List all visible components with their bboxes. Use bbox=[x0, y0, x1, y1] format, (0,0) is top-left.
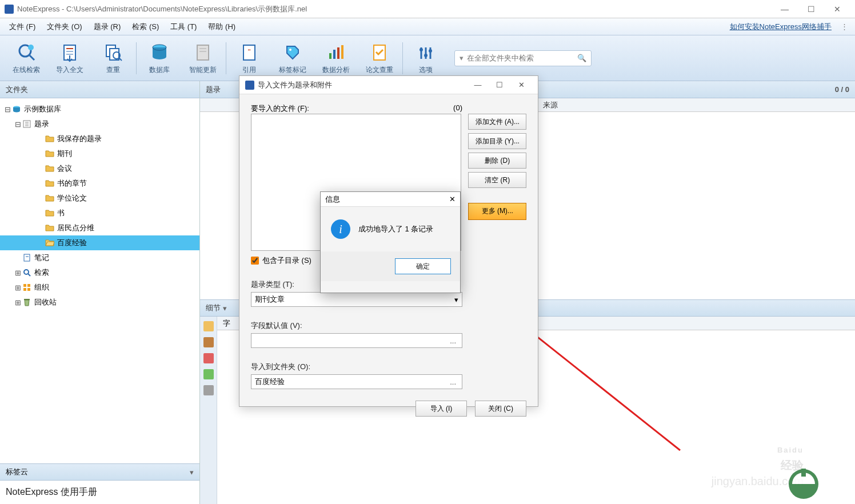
minimize-button[interactable]: — bbox=[772, 5, 798, 14]
misc-icon[interactable] bbox=[203, 385, 214, 395]
dialog-minimize-button[interactable]: — bbox=[467, 81, 489, 89]
sidebar: 文件夹 ⊟示例数据库 ⊟题录 我保存的题录 期刊 会议 书的章节 学位论文 书 … bbox=[0, 81, 200, 504]
svg-line-38 bbox=[28, 274, 30, 276]
info-close-button[interactable]: ✕ bbox=[449, 195, 456, 203]
subdir-label: 包含子目录 (S) bbox=[262, 255, 311, 266]
svg-rect-35 bbox=[24, 254, 30, 261]
tool-cite[interactable]: " 引用 bbox=[229, 38, 270, 78]
svg-rect-39 bbox=[23, 284, 26, 287]
tree-item[interactable]: 期刊 bbox=[0, 146, 199, 161]
flag-icon[interactable] bbox=[203, 353, 214, 363]
svg-point-27 bbox=[419, 48, 423, 51]
file-count: (0) bbox=[453, 103, 462, 114]
clear-button[interactable]: 清空 (R) bbox=[468, 172, 526, 188]
svg-rect-20 bbox=[333, 50, 335, 59]
menu-search[interactable]: 检索 (S) bbox=[126, 19, 165, 34]
app-icon bbox=[245, 81, 254, 90]
info-icon: i bbox=[331, 219, 350, 239]
search-input[interactable] bbox=[467, 54, 577, 62]
tagcloud-item[interactable]: NoteExpress 使用手册 bbox=[0, 481, 199, 504]
default-value-field[interactable]: ... bbox=[251, 333, 462, 348]
info-text: 成功地导入了 1 条记录 bbox=[358, 224, 433, 234]
svg-rect-41 bbox=[23, 288, 26, 291]
more-button[interactable]: 更多 (M)... bbox=[468, 203, 526, 220]
tree-recycle[interactable]: ⊞回收站 bbox=[0, 295, 199, 310]
svg-text:": " bbox=[248, 47, 251, 56]
book-icon[interactable] bbox=[203, 337, 214, 347]
target-folder-field[interactable]: 百度经验... bbox=[251, 374, 462, 389]
tree-notes[interactable]: 笔记 bbox=[0, 250, 199, 265]
sidebar-header: 文件夹 bbox=[0, 81, 199, 98]
menu-folder[interactable]: 文件夹 (O) bbox=[41, 19, 87, 34]
svg-rect-42 bbox=[27, 288, 30, 291]
search-box[interactable]: ▾ 🔍 bbox=[454, 50, 592, 66]
add-file-button[interactable]: 添加文件 (A)... bbox=[468, 114, 526, 130]
svg-point-18 bbox=[289, 49, 291, 51]
dialog-close-button[interactable]: ✕ bbox=[510, 81, 532, 89]
svg-rect-43 bbox=[24, 299, 30, 300]
add-dir-button[interactable]: 添加目录 (Y)... bbox=[468, 133, 526, 149]
tool-online-search[interactable]: 在线检索 bbox=[6, 38, 47, 78]
subdir-checkbox[interactable] bbox=[251, 257, 259, 265]
close-button[interactable]: 关闭 (C) bbox=[475, 401, 526, 417]
target-label: 导入到文件夹 (O): bbox=[251, 362, 526, 372]
tool-database[interactable]: 数据库 bbox=[139, 38, 180, 78]
svg-rect-40 bbox=[27, 284, 30, 287]
menu-tool[interactable]: 工具 (T) bbox=[165, 19, 202, 34]
tool-paper-check[interactable]: 论文查重 bbox=[359, 38, 400, 78]
column-source[interactable]: 来源 bbox=[543, 100, 558, 110]
svg-rect-19 bbox=[329, 53, 331, 59]
tool-import-fulltext[interactable]: 导入全文 bbox=[49, 38, 90, 78]
remove-button[interactable]: 删除 (D) bbox=[468, 153, 526, 169]
file-label: 要导入的文件 (F): bbox=[251, 103, 309, 114]
tree-item[interactable]: 我保存的题录 bbox=[0, 131, 199, 146]
brush-icon[interactable] bbox=[203, 369, 214, 379]
tree-item[interactable]: 会议 bbox=[0, 161, 199, 176]
default-label: 字段默认值 (V): bbox=[251, 321, 526, 331]
tree-records[interactable]: ⊟题录 bbox=[0, 117, 199, 131]
svg-point-2 bbox=[28, 45, 34, 50]
svg-point-28 bbox=[424, 54, 428, 57]
dialog-maximize-button[interactable]: ☐ bbox=[489, 81, 510, 89]
menu-record[interactable]: 题录 (R) bbox=[88, 19, 127, 34]
window-titlebar: NoteExpress - C:\Users\Administrator\Doc… bbox=[0, 0, 855, 18]
svg-line-1 bbox=[30, 55, 34, 60]
menu-help[interactable]: 帮助 (H) bbox=[202, 19, 241, 34]
folder-tree: ⊟示例数据库 ⊟题录 我保存的题录 期刊 会议 书的章节 学位论文 书 居民点分… bbox=[0, 98, 199, 463]
tool-lookup[interactable]: 查重 bbox=[93, 38, 134, 78]
app-icon bbox=[5, 5, 14, 14]
tree-search[interactable]: ⊞检索 bbox=[0, 265, 199, 280]
info-dialog: 信息 ✕ i 成功地导入了 1 条记录 确定 bbox=[320, 191, 461, 293]
close-button[interactable]: ✕ bbox=[824, 5, 850, 14]
tree-root[interactable]: ⊟示例数据库 bbox=[0, 102, 199, 117]
tree-item[interactable]: 居民点分维 bbox=[0, 221, 199, 235]
toolbar: 在线检索 导入全文 查重 数据库 智能更新 " 引用 标签标记 数据分析 论文查… bbox=[0, 35, 855, 81]
import-button[interactable]: 导入 (I) bbox=[415, 401, 467, 417]
maximize-button[interactable]: ☐ bbox=[798, 5, 824, 14]
svg-point-37 bbox=[24, 270, 29, 274]
chevron-down-icon[interactable]: ▾ bbox=[460, 54, 464, 62]
browse-icon[interactable]: ... bbox=[448, 337, 458, 345]
tagcloud-header[interactable]: 标签云▾ bbox=[0, 463, 199, 481]
tree-item[interactable]: 书 bbox=[0, 206, 199, 221]
tree-item[interactable]: 学位论文 bbox=[0, 191, 199, 206]
ok-button[interactable]: 确定 bbox=[395, 258, 451, 274]
info-titlebar: 信息 ✕ bbox=[321, 192, 460, 207]
search-icon[interactable]: 🔍 bbox=[577, 54, 586, 62]
tree-organize[interactable]: ⊞组织 bbox=[0, 280, 199, 295]
tool-options[interactable]: 选项 bbox=[405, 38, 446, 78]
tree-item[interactable]: 书的章节 bbox=[0, 176, 199, 191]
tool-data-analysis[interactable]: 数据分析 bbox=[315, 38, 357, 78]
tool-tag-mark[interactable]: 标签标记 bbox=[272, 38, 313, 78]
type-combo[interactable]: 期刊文章▾ bbox=[251, 292, 462, 307]
lock-icon[interactable] bbox=[203, 321, 214, 331]
help-link[interactable]: 如何安装NoteExpress网络捕手 bbox=[724, 22, 837, 32]
svg-rect-21 bbox=[337, 47, 339, 59]
tree-item-selected[interactable]: 百度经验 bbox=[0, 235, 199, 250]
tool-smart-update[interactable]: 智能更新 bbox=[182, 38, 223, 78]
menubar: 文件 (F) 文件夹 (O) 题录 (R) 检索 (S) 工具 (T) 帮助 (… bbox=[0, 18, 855, 35]
more-icon[interactable]: ⋮ bbox=[837, 22, 852, 31]
menu-file[interactable]: 文件 (F) bbox=[3, 19, 41, 34]
browse-icon[interactable]: ... bbox=[448, 378, 458, 386]
svg-rect-13 bbox=[197, 45, 209, 60]
